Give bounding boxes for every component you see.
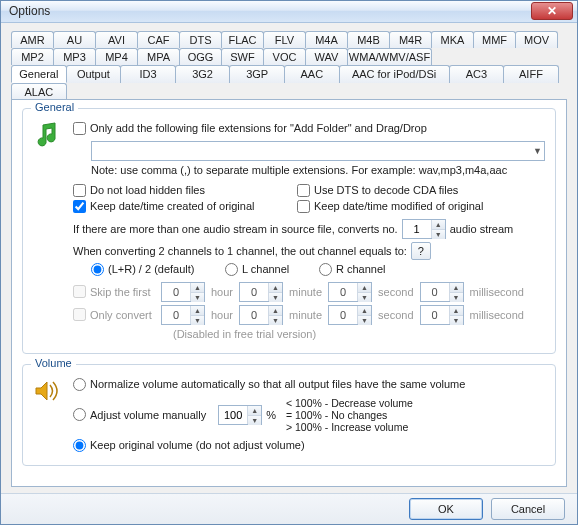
volume-group: Volume Normalize volume automatically so…	[22, 364, 556, 466]
volume-normalize-input[interactable]	[73, 378, 86, 391]
only-convert-checkbox: Only convert	[73, 308, 157, 321]
skip-ms-spinner: ▲▼	[420, 282, 464, 302]
skip-hour-spinner: ▲▼	[161, 282, 205, 302]
keep-created-input[interactable]	[73, 200, 86, 213]
volume-hints: < 100% - Decrease volume = 100% - No cha…	[286, 397, 413, 433]
tab-m4b[interactable]: M4B	[347, 31, 390, 48]
downmix-lr-radio[interactable]: (L+R) / 2 (default)	[91, 263, 221, 276]
skip-first-label: Skip the first	[90, 286, 151, 298]
chevron-down-icon: ▼	[533, 146, 542, 156]
tab-panel-general: General Only add the following file exte…	[11, 99, 567, 487]
tab-mov[interactable]: MOV	[515, 31, 558, 48]
trial-note: (Disabled in free trial version)	[173, 328, 545, 340]
volume-keep-label: Keep original volume (do not adjust volu…	[90, 439, 305, 451]
tab-amr[interactable]: AMR	[11, 31, 54, 48]
tab-ogg[interactable]: OGG	[179, 48, 222, 65]
downmix-lr-input[interactable]	[91, 263, 104, 276]
only-add-extensions-checkbox[interactable]: Only add the following file extensions f…	[73, 122, 427, 135]
tab-dts[interactable]: DTS	[179, 31, 222, 48]
dts-decode-label: Use DTS to decode CDA files	[314, 184, 458, 196]
downmix-l-input[interactable]	[225, 263, 238, 276]
hidden-files-input[interactable]	[73, 184, 86, 197]
downmix-help-button[interactable]: ?	[411, 242, 431, 260]
only-add-extensions-label: Only add the following file extensions f…	[90, 122, 427, 134]
conv-ms-spinner: ▲▼	[420, 305, 464, 325]
only-add-extensions-input[interactable]	[73, 122, 86, 135]
tab-ac3[interactable]: AC3	[449, 65, 505, 83]
keep-modified-checkbox[interactable]: Keep date/time modified of original	[297, 200, 483, 213]
spinner-arrows[interactable]: ▲▼	[247, 406, 261, 424]
skip-second-input	[329, 283, 357, 301]
tab-alac[interactable]: ALAC	[11, 83, 67, 100]
tab-mmf[interactable]: MMF	[473, 31, 516, 48]
downmix-l-radio[interactable]: L channel	[225, 263, 315, 276]
keep-modified-input[interactable]	[297, 200, 310, 213]
volume-hint-gt: > 100% - Increase volume	[286, 421, 413, 433]
cancel-button[interactable]: Cancel	[491, 498, 565, 520]
close-button[interactable]: ✕	[531, 2, 573, 20]
volume-percent-input[interactable]	[219, 406, 247, 424]
keep-created-label: Keep date/time created of original	[90, 200, 255, 212]
tabstrip-main: General Output ID3 3G2 3GP AAC AAC for i…	[11, 65, 567, 100]
dialog-footer: OK Cancel	[1, 493, 577, 524]
tab-aac[interactable]: AAC	[284, 65, 340, 83]
speaker-icon	[33, 377, 61, 405]
dts-decode-checkbox[interactable]: Use DTS to decode CDA files	[297, 184, 458, 197]
tab-m4r[interactable]: M4R	[389, 31, 432, 48]
tab-3g2[interactable]: 3G2	[175, 65, 231, 83]
percent-sign: %	[266, 409, 276, 421]
tab-caf[interactable]: CAF	[137, 31, 180, 48]
only-convert-label: Only convert	[90, 309, 152, 321]
close-icon: ✕	[547, 4, 557, 18]
volume-adjust-input[interactable]	[73, 408, 86, 421]
multi-stream-suffix: audio stream	[450, 223, 514, 235]
tab-wma-wmv-asf[interactable]: WMA/WMV/ASF	[347, 48, 432, 65]
tab-voc[interactable]: VOC	[263, 48, 306, 65]
downmix-r-input[interactable]	[319, 263, 332, 276]
tab-mpa[interactable]: MPA	[137, 48, 180, 65]
volume-keep-radio[interactable]: Keep original volume (do not adjust volu…	[73, 439, 305, 452]
volume-keep-input[interactable]	[73, 439, 86, 452]
spinner-arrows[interactable]: ▲▼	[431, 220, 445, 238]
tab-m4a[interactable]: M4A	[305, 31, 348, 48]
tab-general[interactable]: General	[11, 65, 67, 83]
tab-aac-ipod[interactable]: AAC for iPod/DSi	[339, 65, 450, 83]
tab-output[interactable]: Output	[66, 65, 122, 83]
client-area: AMR AU AVI CAF DTS FLAC FLV M4A M4B M4R …	[1, 23, 577, 493]
tab-flv[interactable]: FLV	[263, 31, 306, 48]
tab-mka[interactable]: MKA	[431, 31, 474, 48]
tab-mp4[interactable]: MP4	[95, 48, 138, 65]
tab-swf[interactable]: SWF	[221, 48, 264, 65]
keep-modified-label: Keep date/time modified of original	[314, 200, 483, 212]
tab-avi[interactable]: AVI	[95, 31, 138, 48]
volume-normalize-radio[interactable]: Normalize volume automatically so that a…	[73, 378, 465, 391]
unit-hour: hour	[211, 286, 233, 298]
dts-decode-input[interactable]	[297, 184, 310, 197]
skip-hour-input	[162, 283, 190, 301]
skip-first-checkbox: Skip the first	[73, 285, 157, 298]
downmix-lr-label: (L+R) / 2 (default)	[108, 263, 195, 275]
skip-minute-input	[240, 283, 268, 301]
tab-id3[interactable]: ID3	[120, 65, 176, 83]
tab-flac[interactable]: FLAC	[221, 31, 264, 48]
tab-wav[interactable]: WAV	[305, 48, 348, 65]
tab-au[interactable]: AU	[53, 31, 96, 48]
tab-aiff[interactable]: AIFF	[503, 65, 559, 83]
tab-mp2[interactable]: MP2	[11, 48, 54, 65]
volume-legend: Volume	[31, 357, 76, 369]
ok-button[interactable]: OK	[409, 498, 483, 520]
volume-percent-spinner[interactable]: ▲▼	[218, 405, 262, 425]
tab-mp3[interactable]: MP3	[53, 48, 96, 65]
extensions-combo[interactable]: ▼	[91, 141, 545, 161]
conv-second-input	[329, 306, 357, 324]
volume-adjust-radio[interactable]: Adjust volume manually	[73, 408, 206, 421]
keep-created-checkbox[interactable]: Keep date/time created of original	[73, 200, 293, 213]
general-legend: General	[31, 101, 78, 113]
conv-minute-input	[240, 306, 268, 324]
hidden-files-checkbox[interactable]: Do not load hidden files	[73, 184, 293, 197]
downmix-r-radio[interactable]: R channel	[319, 263, 386, 276]
conv-hour-spinner: ▲▼	[161, 305, 205, 325]
stream-number-input[interactable]	[403, 220, 431, 238]
stream-number-spinner[interactable]: ▲▼	[402, 219, 446, 239]
tab-3gp[interactable]: 3GP	[229, 65, 285, 83]
